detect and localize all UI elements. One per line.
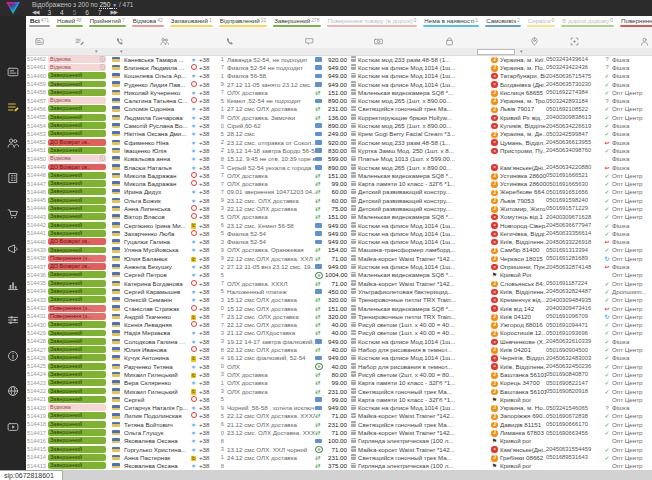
order-row[interactable]: 514441ЗавершенийЗахарченко Люба+385Фиалк… <box>26 229 652 237</box>
marketing-icon[interactable] <box>0 232 26 268</box>
order-row[interactable]: 514457ВідмоваСалєгина Татьяна С...+385Ке… <box>26 96 652 104</box>
order-row[interactable]: 514427ЗавершенийЮлия Иванова+38822.12 см… <box>26 345 652 353</box>
order-status: Завершений <box>48 330 108 337</box>
client-name: Близнюк Людмила ... <box>124 64 188 71</box>
order-row[interactable]: 514419ЗавершенийЛилия Подолинская+38522.… <box>26 412 652 420</box>
browser-icon[interactable] <box>0 374 26 410</box>
order-row[interactable]: 514440ДО Возврат ок..Гуцалюк Галина∗+383… <box>26 238 652 246</box>
last-page-button[interactable]: ▶▶ <box>111 9 117 16</box>
stats-icon[interactable] <box>0 267 26 303</box>
order-row[interactable]: 514421ЗавершенийСергей+38599.00Карта пам… <box>26 395 652 403</box>
page-number-3[interactable]: 3 <box>47 9 51 16</box>
order-row[interactable]: 514459ЗавершенийРуденко Лидия Пав...+389… <box>26 80 652 88</box>
order-row[interactable]: 514438Повернення (з...Юлия Баланюкlc+389… <box>26 254 652 262</box>
tab-Повернення[interactable]: Повернення <box>617 16 652 28</box>
info-icon[interactable]: ⓘ <box>100 64 106 71</box>
dashboard-icon[interactable] <box>0 54 26 90</box>
order-row[interactable]: 514446ЗавершенийИрина Дидух∗+38709.01 зв… <box>26 188 652 196</box>
order-row[interactable]: 514425ЗавершенийРадченко Тетяна∗+380ОЛХ₴… <box>26 362 652 370</box>
order-row[interactable]: 514460ЗавершенийКошелева Ольга Ар...∗+38… <box>26 72 652 80</box>
contact-filter-caret-icon[interactable]: ▾ <box>120 48 123 54</box>
order-row[interactable]: 514437ДО Возврат ок..Анжела Безушку∗+382… <box>26 262 652 270</box>
tab-Новий[interactable]: Новий48 <box>53 16 86 28</box>
info-icon[interactable]: ⓘ <box>100 155 106 162</box>
tab-Запакований[interactable]: Запакований1 <box>167 16 216 28</box>
order-row[interactable]: 514415ЗавершенийГоргулько Христина...∗+3… <box>26 445 652 453</box>
order-row[interactable]: 514445ЗавершенийОльга Божик∗+38923.12 см… <box>26 196 652 204</box>
page-number-7[interactable]: 7 <box>98 9 102 16</box>
order-row[interactable]: 514439ЗавершенийУляна Мусійовська∗+389ОЛ… <box>26 246 652 254</box>
order-row[interactable]: 514452ДО Возврат ок..Єфименко Ніна∗+3822… <box>26 138 652 146</box>
tab-Відмова[interactable]: Відмова42 <box>129 16 167 28</box>
order-row[interactable]: 514422ЗавершенийМихаил Гилецькийlc+383ОЛ… <box>26 387 652 395</box>
order-row[interactable]: 514424ЗавершенийМихаил Гилецькийlc+383ОЛ… <box>26 370 652 378</box>
product-box-icon <box>349 205 358 212</box>
site-name: Фішка <box>612 147 652 154</box>
order-row[interactable]: 514423ЗавершенийВера Скляренко∗+381ОЛХ д… <box>26 379 652 387</box>
orders-icon[interactable] <box>0 90 26 126</box>
order-row[interactable]: 514449ДО Возврат ок..Власюк Наталья∗+383… <box>26 163 652 171</box>
page-size-dropdown[interactable]: 250 ▼ <box>100 1 118 8</box>
order-row[interactable]: 514458ЗавершенийНиколай Кучеренко∗+387ОЛ… <box>26 88 652 96</box>
order-row[interactable]: 514433ЗавершенийОлексій Семанін∗+38315.1… <box>26 296 652 304</box>
settings-icon[interactable] <box>0 303 26 339</box>
payment-cell: ⇄ <box>315 321 325 328</box>
order-sum: 71.00 <box>325 412 349 419</box>
order-row[interactable]: 514461ВідмоваⓘБлизнюк Людмила ...+387Фиа… <box>26 63 652 71</box>
companies-icon[interactable] <box>0 161 26 197</box>
order-row[interactable]: 514453ЗавершенийНікітіна Оксана Дми...∗+… <box>26 130 652 138</box>
order-row[interactable]: 514442ЗавершенийСергіюнко Ірина Ми...lc+… <box>26 221 652 229</box>
product-name: Куртка Замш Мод. 250 (1шт. х 8... <box>358 147 489 154</box>
order-row[interactable]: 514451ЗавершенийІващенко Юлія∗+38219.12 … <box>26 146 652 154</box>
status-filter-caret-icon[interactable]: ▾ <box>95 48 98 54</box>
order-row[interactable]: 514416ЗавершенийЯковалева Оксана∗+388100… <box>26 437 652 445</box>
info-icon[interactable]: ⓘ <box>100 56 106 63</box>
order-row[interactable]: 514454ЗавершенийСамотій Руслана Во...∗+3… <box>26 121 652 129</box>
order-row[interactable]: 514417ЗавершенийОльга Глущук∗+38023.12 с… <box>26 428 652 436</box>
tab-Сервіси[interactable]: Сервіси0 <box>524 16 558 28</box>
country-flag-icon <box>108 438 124 443</box>
country-flag-icon <box>108 106 124 111</box>
cart-icon[interactable] <box>0 196 26 232</box>
order-row[interactable]: 514456ЗавершенийСоломія Сідоніна∗+38127.… <box>26 105 652 113</box>
tab-Прийнятий[interactable]: Прийнятий7 <box>86 16 129 28</box>
status-chip: Завершений <box>48 371 106 378</box>
order-row[interactable]: 514447ЗавершенийМикола Бадражан+387ОЛХ д… <box>26 179 652 187</box>
order-row[interactable]: 514443ЗавершенийВіктор Власов+385ОЛХ дос… <box>26 213 652 221</box>
tab-Самовивіз[interactable]: Самовивіз2 <box>482 16 524 28</box>
tab-Нема в наявності[interactable]: Нема в наявності1 <box>420 16 482 28</box>
payment-cell <box>315 354 325 361</box>
tab-Всі[interactable]: Всі471 <box>26 16 53 28</box>
order-row[interactable]: 514420ВідмоваСитарчук Наталія Гр...∗+389… <box>26 403 652 411</box>
order-row[interactable]: 514418ЗавершенийТетяна Войтович∗+38621.1… <box>26 420 652 428</box>
order-row[interactable]: 514434ЗавершенийСергей Карамышев∗+385Нал… <box>26 287 652 295</box>
order-row[interactable]: 514444ЗавершенийАнна Липенська+38322.12 … <box>26 204 652 212</box>
order-row[interactable]: 514413ЗавершенийЯковалева Оксана∗+388⇄37… <box>26 462 652 470</box>
order-row[interactable]: 514432Повернення (з...Станіслав Стрижак+… <box>26 304 652 312</box>
tab-Повернення товару (в дорозі)[interactable]: Повернення товару (в дорозі)0 <box>324 16 421 28</box>
order-row[interactable]: 514450ВідмоваⓘКовальова анна∗+38815.12. … <box>26 155 652 163</box>
order-row[interactable]: 514462ВідмоваⓘКаневська Тамара ...∗+381Л… <box>26 55 652 63</box>
order-row[interactable]: 514455ЗавершенийЛюдмила Гончарова∗+388ОЛ… <box>26 113 652 121</box>
comment: 27.12 11-05 внз 23.12 смс. 19... <box>227 263 315 270</box>
first-page-button[interactable]: ◀◀ <box>32 9 38 16</box>
order-row[interactable]: 514428ЗавершенийСолодкова Галина В...∗+3… <box>26 337 652 345</box>
order-row[interactable]: 514436ЗавершенийСергей Петров∗+385₴1004.… <box>26 271 652 279</box>
order-row[interactable]: 514431Повернення (з...Андрій Ткаченкоlc+… <box>26 312 652 320</box>
tab-В дорозі додому[interactable]: В дорозі додому0 <box>558 16 617 28</box>
video-icon[interactable] <box>0 409 26 445</box>
order-row[interactable]: 514414ЗавершенийАнна Пастернакlc+38124.1… <box>26 453 652 461</box>
order-row[interactable]: 514426ЗавершенийКучук Антонинаlc+38416.1… <box>26 354 652 362</box>
info-icon[interactable] <box>0 338 26 374</box>
order-row[interactable]: 514430ЗавершенийКсенія Левадняя+38722.12… <box>26 321 652 329</box>
contacts-icon[interactable] <box>0 125 26 161</box>
page-number-5[interactable]: 5 <box>73 9 77 16</box>
tab-Відправлений[interactable]: Відправлений12 <box>216 16 270 28</box>
page-number-4[interactable]: 4 <box>60 9 64 16</box>
tab-Завершений[interactable]: Завершений278 <box>270 16 323 28</box>
order-row[interactable]: 514435ЗавершенийКатерина Богданова+387ОЛ… <box>26 279 652 287</box>
order-row[interactable]: 514448ЗавершенийМикола Бадражан+387ОЛХ д… <box>26 171 652 179</box>
city-filter-caret-icon[interactable]: ▾ <box>520 48 523 54</box>
order-row[interactable]: 514429ЗавершенийНадія Мерзаєва∗+38321.12… <box>26 329 652 337</box>
page-number-6[interactable]: 6 <box>85 9 89 16</box>
